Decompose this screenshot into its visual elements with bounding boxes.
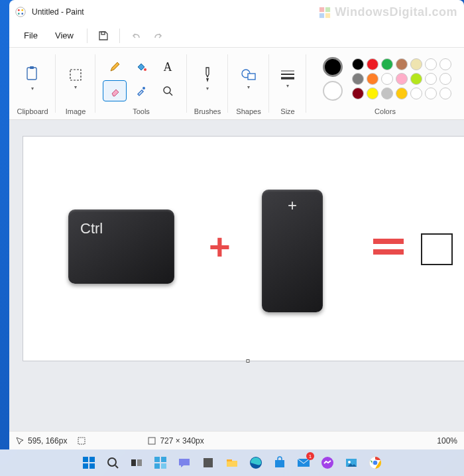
svg-rect-10: [27, 68, 36, 80]
window-title: Untitled - Paint: [32, 7, 84, 17]
pencil-tool[interactable]: [103, 56, 127, 78]
color-swatch[interactable]: [367, 88, 378, 99]
color-swatch[interactable]: [352, 88, 364, 99]
svg-rect-9: [101, 32, 105, 34]
color-swatch[interactable]: [425, 58, 437, 70]
paste-button[interactable]: ▾: [15, 58, 50, 100]
color-swatch[interactable]: [396, 88, 408, 99]
svg-point-3: [18, 13, 20, 15]
color-swatch[interactable]: [396, 73, 408, 85]
svg-rect-31: [161, 457, 166, 462]
shapes-button[interactable]: ▾: [231, 58, 266, 100]
svg-point-1: [18, 9, 20, 11]
group-image: ▾ Image: [56, 48, 95, 119]
group-brushes: ▾ Brushes: [187, 48, 228, 119]
svg-rect-25: [83, 463, 88, 469]
color-swatch[interactable]: [410, 88, 422, 99]
separator: [119, 29, 120, 43]
svg-rect-35: [227, 459, 232, 461]
color-swatch[interactable]: [439, 73, 451, 85]
menu-view[interactable]: View: [47, 27, 82, 44]
chevron-down-icon: ▾: [74, 84, 77, 90]
svg-point-4: [21, 13, 23, 15]
undo-button[interactable]: [125, 27, 146, 45]
svg-point-14: [143, 87, 145, 89]
drawn-plus-symbol: +: [209, 228, 231, 265]
svg-point-27: [108, 458, 116, 466]
file-explorer-button[interactable]: [223, 453, 241, 472]
canvas[interactable]: Ctrl + +: [23, 136, 464, 361]
chrome-button[interactable]: [366, 453, 384, 472]
separator: [87, 29, 87, 43]
drawn-ctrl-key: Ctrl: [68, 209, 174, 284]
canvas-handle-bottom[interactable]: [247, 359, 250, 363]
color-swatch[interactable]: [367, 73, 378, 85]
drawn-plus-key: +: [262, 190, 323, 312]
color-swatch[interactable]: [381, 88, 393, 99]
color-swatch[interactable]: [425, 73, 437, 85]
svg-rect-22: [148, 438, 155, 444]
app-icon: [15, 6, 27, 18]
watermark: WindowsDigital.com: [319, 5, 457, 19]
color-swatch[interactable]: [410, 58, 422, 70]
mail-button[interactable]: 1: [294, 453, 313, 472]
group-shapes: ▾ Shapes: [228, 48, 269, 119]
eraser-tool[interactable]: [103, 80, 127, 101]
svg-rect-17: [248, 74, 255, 80]
messenger-button[interactable]: [318, 453, 337, 472]
color-swatch[interactable]: [381, 58, 393, 70]
size-button[interactable]: ▾: [270, 58, 305, 100]
color1-swatch[interactable]: [323, 57, 343, 77]
color-swatch[interactable]: [396, 58, 408, 70]
text-tool[interactable]: A: [156, 56, 180, 78]
select-button[interactable]: ▾: [58, 58, 93, 100]
svg-rect-8: [325, 13, 330, 17]
color-swatch[interactable]: [367, 58, 378, 70]
svg-rect-32: [154, 463, 160, 469]
color-swatch[interactable]: [381, 73, 393, 85]
svg-rect-12: [70, 70, 81, 80]
svg-rect-28: [131, 459, 136, 466]
color-swatch[interactable]: [410, 73, 422, 85]
selection-size: [78, 437, 137, 445]
brushes-button[interactable]: ▾: [190, 58, 225, 100]
svg-rect-33: [161, 463, 166, 469]
color2-swatch[interactable]: [323, 81, 343, 101]
svg-rect-21: [78, 438, 85, 444]
svg-point-13: [144, 68, 146, 71]
color-swatch[interactable]: [439, 58, 451, 70]
start-button[interactable]: [80, 453, 98, 472]
svg-rect-24: [89, 457, 95, 462]
drawn-square: [421, 233, 453, 265]
ribbon: ▾ Clipboard ▾ Image A: [9, 48, 464, 120]
color-swatch[interactable]: [425, 88, 437, 99]
color-swatch[interactable]: [352, 73, 364, 85]
svg-point-40: [348, 461, 351, 463]
canvas-area: Ctrl + +: [9, 120, 464, 431]
save-button[interactable]: [93, 27, 114, 45]
search-button[interactable]: [103, 453, 122, 472]
color-swatch[interactable]: [439, 88, 451, 99]
magnifier-tool[interactable]: [156, 80, 180, 101]
taskbar-app-generic[interactable]: [199, 453, 217, 472]
color-picker-tool[interactable]: [129, 80, 153, 101]
color-swatch[interactable]: [352, 58, 364, 70]
chat-button[interactable]: [175, 453, 194, 472]
paint-window: Untitled - Paint WindowsDigital.com File…: [9, 0, 464, 449]
redo-button[interactable]: [148, 27, 169, 45]
edge-button[interactable]: [247, 453, 265, 472]
svg-rect-29: [137, 459, 142, 466]
taskview-button[interactable]: [127, 453, 146, 472]
zoom-level: 100%: [437, 436, 457, 446]
svg-rect-7: [319, 13, 324, 17]
svg-rect-11: [30, 66, 34, 69]
photos-button[interactable]: [342, 453, 361, 472]
group-colors: Colors: [306, 48, 464, 119]
store-button[interactable]: [270, 453, 289, 472]
fill-tool[interactable]: [129, 56, 153, 78]
widgets-button[interactable]: [151, 453, 170, 472]
menubar: File View: [9, 24, 464, 48]
svg-rect-5: [319, 7, 324, 11]
menu-file[interactable]: File: [16, 27, 46, 44]
cursor-position: 595, 166px: [16, 436, 67, 446]
